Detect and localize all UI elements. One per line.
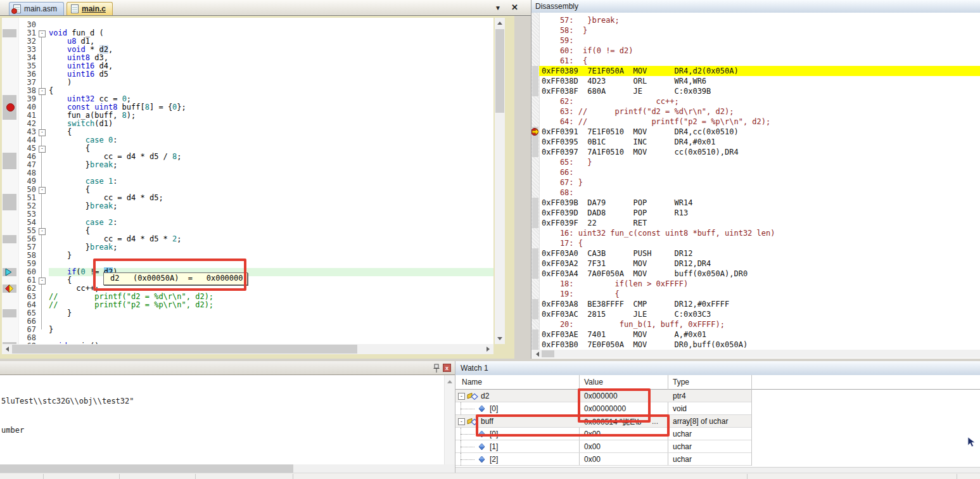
watch-value[interactable]: 0x000514 "挠E\b — [584, 417, 641, 428]
code-text[interactable]: }break; — [49, 202, 493, 210]
breakpoint-icon[interactable] — [6, 103, 15, 112]
watch-row-2[interactable]: [2]0x00uchar — [455, 453, 751, 466]
disasm-instruction-line[interactable]: 0xFF039F 22 RET — [539, 218, 980, 228]
disasm-instruction-line[interactable]: 0xFF039B DA79 POP WR14 — [539, 198, 980, 208]
watch-row-d2[interactable]: -d20x000000ptr4 — [455, 390, 751, 402]
disasm-instruction-line[interactable]: 0xFF03A8 BE38FFFF CMP DR12,#0xFFFF — [539, 299, 980, 309]
disasm-source-line[interactable]: 60: if(0 != d2) — [539, 46, 980, 56]
code-line[interactable]: 58 } — [2, 252, 493, 260]
code-line[interactable]: 60 if(0 != d2) — [2, 268, 493, 276]
close-icon[interactable]: ✕ — [511, 3, 518, 12]
editor-vscrollbar[interactable] — [495, 18, 505, 344]
chevron-down-icon[interactable]: ▼ — [495, 4, 501, 11]
column-header-name[interactable]: Name — [462, 378, 482, 386]
tab-main-c[interactable]: main.c — [67, 2, 113, 15]
output-hscrollbar[interactable] — [0, 464, 455, 473]
code-text[interactable]: case 0: — [49, 136, 493, 144]
disasm-instruction-line[interactable]: 0xFF038F 680A JE C:0x039B — [539, 86, 980, 96]
code-text[interactable]: uint16 d5 — [49, 70, 493, 79]
code-text[interactable]: } — [49, 309, 493, 317]
code-text[interactable]: case 2: — [49, 219, 493, 227]
expand-value-button[interactable]: ... — [652, 417, 658, 426]
disasm-instruction-line[interactable]: 0xFF0389 7E1F050A MOV DR4,d2(0x050A) — [539, 66, 980, 76]
disasm-source-line[interactable]: 59: — [539, 35, 980, 46]
scroll-up-icon[interactable] — [445, 376, 455, 386]
code-text[interactable]: }break; — [49, 243, 493, 252]
disasm-source-line[interactable]: 68: — [539, 188, 980, 198]
disasm-instruction-line[interactable]: 0xFF0391 7E1F0510 MOV DR4,cc(0x0510) — [539, 127, 980, 137]
fold-collapse-icon[interactable]: - — [39, 278, 46, 284]
disassembly-view[interactable]: 57: }break; 58: } 59: 60: if(0 != d2) 61… — [531, 13, 980, 350]
code-line[interactable]: 66 — [2, 317, 493, 326]
disasm-instruction-line[interactable]: 0xFF03B0 7E0F050A MOV DR0,buff(0x050A) — [539, 340, 980, 350]
collapse-icon[interactable]: - — [458, 393, 465, 400]
watch-row-1[interactable]: [1]0x00uchar — [455, 440, 751, 453]
watch-name[interactable]: d2 — [481, 392, 489, 400]
watch-hscrollbar[interactable] — [455, 467, 980, 473]
scroll-right-icon[interactable] — [483, 344, 493, 354]
watch-row-buff[interactable]: -buff0x000514 "挠E\b...array[8] of uchar — [455, 415, 751, 428]
code-text[interactable]: ) — [49, 79, 493, 87]
watch-name[interactable]: [0] — [490, 404, 498, 413]
code-line[interactable]: 52 }break; — [2, 202, 493, 210]
disasm-source-line[interactable]: 64: // printf("p2 = %p\r\n", d2); — [539, 117, 980, 127]
scroll-down-icon[interactable] — [495, 334, 505, 344]
disasm-source-line[interactable]: 57: }break; — [539, 15, 980, 25]
disasm-instruction-line[interactable]: 0xFF038D 4D23 ORL WR4,WR6 — [539, 76, 980, 86]
hscrollbar-thumb[interactable] — [12, 345, 357, 354]
code-line[interactable]: 57 }break; — [2, 243, 493, 252]
fold-collapse-icon[interactable]: - — [39, 228, 46, 235]
watch-value[interactable]: 0x00 — [584, 430, 601, 438]
code-line[interactable]: 67} — [2, 326, 493, 334]
bookmark-diamond-icon[interactable] — [5, 284, 13, 295]
disasm-instruction-line[interactable]: 0xFF03AE 7401 MOV A,#0x01 — [539, 329, 980, 340]
code-text[interactable]: case 1: — [49, 177, 493, 186]
watch-name[interactable]: [2] — [490, 455, 498, 464]
hscrollbar-thumb[interactable] — [542, 350, 554, 357]
fold-collapse-icon[interactable]: - — [39, 187, 46, 194]
disasm-source-line[interactable]: 66: — [539, 167, 980, 177]
code-text[interactable]: void fun_d ( — [49, 29, 493, 37]
code-text[interactable]: // printf("p2 = %p\r\n", d2); — [49, 301, 493, 309]
fold-collapse-icon[interactable]: - — [39, 146, 46, 153]
disasm-instruction-line[interactable]: 0xFF03AC 2815 JLE C:0x03C3 — [539, 309, 980, 319]
code-text[interactable]: } — [49, 252, 493, 260]
fold-collapse-icon[interactable]: - — [39, 30, 46, 37]
column-header-value[interactable]: Value — [584, 378, 603, 386]
disasm-hscrollbar[interactable] — [532, 350, 980, 358]
code-line[interactable]: 64// printf("p2 = %p\r\n", d2); — [2, 301, 493, 309]
code-line[interactable]: 36 uint16 d5 — [2, 70, 493, 79]
disasm-source-line[interactable]: 20: fun_b(1, buff, 0xFFFF); — [539, 319, 980, 329]
disasm-instruction-line[interactable]: 0xFF0397 7A1F0510 MOV cc(0x0510),DR4 — [539, 147, 980, 157]
code-text[interactable]: uint8 d3, — [49, 54, 493, 62]
collapse-icon[interactable]: - — [458, 418, 465, 425]
tab-main-asm[interactable]: main.asm — [9, 2, 64, 15]
disasm-instruction-line[interactable]: 0xFF039D DAD8 POP R13 — [539, 208, 980, 218]
output-log[interactable]: 5luTest\\stc32G\\obj\\test32" umber — [0, 375, 444, 464]
code-text[interactable]: fun_a(buff, 8); — [49, 112, 493, 120]
disasm-source-line[interactable]: 17: { — [539, 238, 980, 248]
disasm-source-line[interactable]: 19: { — [539, 289, 980, 299]
disasm-source-line[interactable]: 62: cc++; — [539, 96, 980, 106]
code-editor[interactable]: 3031void fun_d (-32 u8 d1,33 void * d2,3… — [2, 18, 493, 344]
scroll-up-icon[interactable] — [495, 18, 505, 28]
watch-name[interactable]: [0] — [490, 430, 498, 438]
code-line[interactable]: 37 ) — [2, 79, 493, 87]
disasm-source-line[interactable]: 67: } — [539, 177, 980, 188]
disasm-source-line[interactable]: 18: if(len > 0xFFFF) — [539, 279, 980, 289]
close-icon[interactable]: x — [443, 364, 451, 372]
watch-value[interactable]: 0x000000 — [584, 392, 618, 400]
column-header-type[interactable]: Type — [673, 378, 689, 386]
disasm-source-line[interactable]: 58: } — [539, 25, 980, 35]
code-text[interactable]: }break; — [49, 161, 493, 169]
watch-row-0[interactable]: [0]0x00000000void — [455, 402, 751, 415]
watch-value[interactable]: 0x00 — [584, 455, 601, 464]
hscrollbar-thumb[interactable] — [0, 464, 293, 473]
disasm-source-line[interactable]: 61: { — [539, 56, 980, 66]
code-line[interactable]: 47 }break; — [2, 161, 493, 169]
watch-name[interactable]: buff — [481, 417, 493, 426]
code-text[interactable]: void * d2, — [49, 46, 493, 54]
disasm-instruction-line[interactable]: 0xFF03A0 CA3B PUSH DR12 — [539, 248, 980, 259]
watch-value[interactable]: 0x00 — [584, 442, 601, 451]
disasm-source-line[interactable]: 65: } — [539, 157, 980, 167]
